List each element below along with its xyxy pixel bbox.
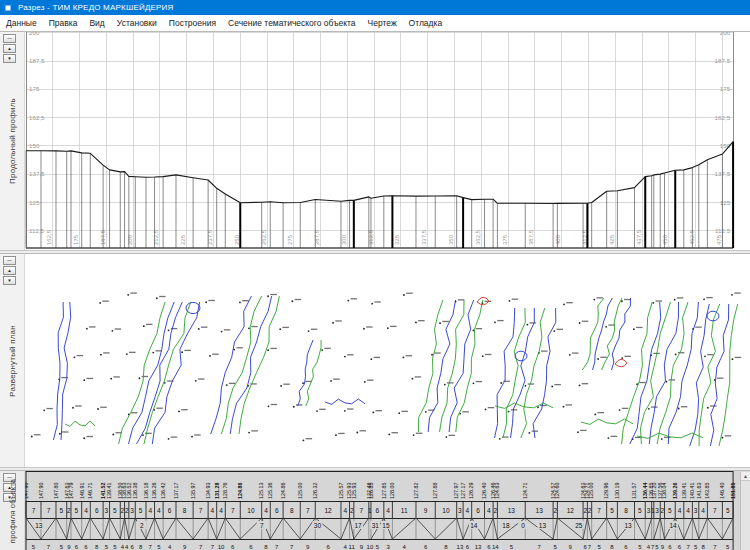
menu-item-2[interactable]: Правка xyxy=(43,18,84,28)
svg-text:126.40: 126.40 xyxy=(481,483,487,500)
svg-text:137,5: 137,5 xyxy=(29,170,45,177)
svg-text:6: 6 xyxy=(476,507,480,514)
move-panel-down-button[interactable]: ▼ xyxy=(3,54,16,63)
svg-text:138.04: 138.04 xyxy=(661,483,667,500)
svg-text:2: 2 xyxy=(588,507,592,514)
move-panel-down-button[interactable]: ▼ xyxy=(3,276,16,285)
svg-text:127.17: 127.17 xyxy=(460,483,466,500)
profile-chart[interactable]: 200200187,5187,5175175162,5162,515015013… xyxy=(25,32,750,251)
svg-text:8: 8 xyxy=(183,507,187,514)
plan-panel-sidebar: — ▲ ▼ Развернутый план xyxy=(0,254,25,467)
svg-text:3: 3 xyxy=(105,507,109,514)
svg-text:7: 7 xyxy=(597,507,601,514)
svg-text:175: 175 xyxy=(720,85,731,92)
svg-text:11: 11 xyxy=(401,507,408,514)
menu-bar: ДанныеПравкаВидУстановкиПостроенияСечени… xyxy=(0,15,750,32)
svg-text:200: 200 xyxy=(720,32,731,36)
collapse-panel-button[interactable]: — xyxy=(3,34,16,43)
svg-text:12: 12 xyxy=(567,507,575,514)
panel-title-plan: Развернутый план xyxy=(8,325,17,397)
svg-text:2: 2 xyxy=(553,507,557,514)
svg-text:125: 125 xyxy=(29,199,40,206)
object-profile-table[interactable]: 147.90147.90147.80147.63147.79146.91146.… xyxy=(25,471,740,550)
svg-text:162,5: 162,5 xyxy=(46,229,52,245)
svg-text:15: 15 xyxy=(382,522,390,529)
svg-text:13: 13 xyxy=(508,507,516,514)
menu-item-5[interactable]: Построения xyxy=(163,18,222,28)
svg-text:4: 4 xyxy=(678,507,682,514)
svg-text:375: 375 xyxy=(502,234,508,245)
panel-unfolded-plan: — ▲ ▼ Развернутый план xyxy=(0,253,750,467)
svg-text:151.85: 151.85 xyxy=(730,483,736,500)
survey-points xyxy=(31,292,741,441)
svg-text:141.63: 141.63 xyxy=(696,483,702,500)
svg-text:136.44: 136.44 xyxy=(642,483,648,500)
svg-text:146.71: 146.71 xyxy=(87,483,93,500)
panel-title-table: профиля объекта xyxy=(8,478,17,542)
svg-text:6: 6 xyxy=(376,507,380,514)
svg-text:150: 150 xyxy=(25,234,26,245)
menu-item-3[interactable]: Вид xyxy=(83,18,110,28)
svg-text:140.41: 140.41 xyxy=(689,483,695,500)
svg-text:9: 9 xyxy=(424,507,428,514)
svg-text:11: 11 xyxy=(349,544,356,550)
svg-text:8: 8 xyxy=(624,507,628,514)
svg-text:2: 2 xyxy=(140,522,144,529)
svg-text:127.85: 127.85 xyxy=(381,483,387,500)
svg-text:136.52: 136.52 xyxy=(126,483,132,500)
svg-text:129.96: 129.96 xyxy=(603,483,609,500)
app-icon xyxy=(4,4,12,12)
svg-text:17: 17 xyxy=(355,522,363,529)
menu-item-4[interactable]: Установки xyxy=(111,18,163,28)
svg-text:4: 4 xyxy=(686,507,690,514)
svg-text:250: 250 xyxy=(234,234,240,245)
svg-text:125.00: 125.00 xyxy=(588,483,594,500)
svg-text:6: 6 xyxy=(168,507,172,514)
scroll-up-icon[interactable]: ▲ xyxy=(741,472,750,481)
plan-view[interactable] xyxy=(25,254,750,468)
svg-text:143.85: 143.85 xyxy=(704,483,710,500)
svg-text:400: 400 xyxy=(555,234,561,245)
svg-text:128.76: 128.76 xyxy=(222,483,228,500)
move-panel-up-button[interactable]: ▲ xyxy=(3,266,16,275)
svg-text:141.52: 141.52 xyxy=(100,483,106,500)
svg-text:136.38: 136.38 xyxy=(132,483,138,500)
svg-text:175: 175 xyxy=(73,234,79,245)
svg-text:139.26: 139.26 xyxy=(672,483,678,500)
svg-text:14: 14 xyxy=(669,522,677,529)
svg-text:0: 0 xyxy=(521,522,525,529)
panel-object-profile-table: — ▲ ▼ профиля объекта 147.90147.90147.80… xyxy=(0,470,750,550)
menu-item-7[interactable]: Чертеж xyxy=(362,18,403,28)
svg-text:5: 5 xyxy=(75,507,79,514)
menu-item-8[interactable]: Отладка xyxy=(403,18,449,28)
collapse-panel-button[interactable]: — xyxy=(3,256,16,265)
svg-text:3: 3 xyxy=(694,507,698,514)
table-scrollbar[interactable]: ▲ xyxy=(740,472,750,550)
svg-text:126.32: 126.32 xyxy=(312,483,318,500)
svg-text:350: 350 xyxy=(448,234,454,245)
svg-text:4: 4 xyxy=(386,507,390,514)
svg-text:5: 5 xyxy=(726,507,730,514)
svg-text:12: 12 xyxy=(325,507,333,514)
svg-text:6: 6 xyxy=(275,507,279,514)
menu-item-1[interactable]: Данные xyxy=(0,18,43,28)
svg-text:362,5: 362,5 xyxy=(475,229,481,245)
grid xyxy=(26,32,733,248)
svg-text:187,5: 187,5 xyxy=(29,57,45,64)
svg-text:4: 4 xyxy=(157,507,161,514)
svg-text:7: 7 xyxy=(47,507,51,514)
svg-text:13: 13 xyxy=(536,507,544,514)
svg-text:127.82: 127.82 xyxy=(413,483,419,500)
svg-text:7: 7 xyxy=(199,507,203,514)
svg-text:162,5: 162,5 xyxy=(715,114,731,121)
svg-text:134.93: 134.93 xyxy=(205,483,211,500)
move-panel-up-button[interactable]: ▲ xyxy=(3,44,16,53)
svg-text:147.90: 147.90 xyxy=(38,483,44,500)
menu-item-6[interactable]: Сечение тематического объекта xyxy=(222,18,361,28)
svg-text:25: 25 xyxy=(575,522,583,529)
svg-text:387,5: 387,5 xyxy=(528,229,534,245)
svg-text:125: 125 xyxy=(720,199,731,206)
svg-text:6: 6 xyxy=(95,507,99,514)
app-window: Разрез - ТИМ КРЕДО МАРКШЕЙДЕРИЯ ДанныеПр… xyxy=(0,0,750,550)
svg-text:136.42: 136.42 xyxy=(160,483,166,500)
